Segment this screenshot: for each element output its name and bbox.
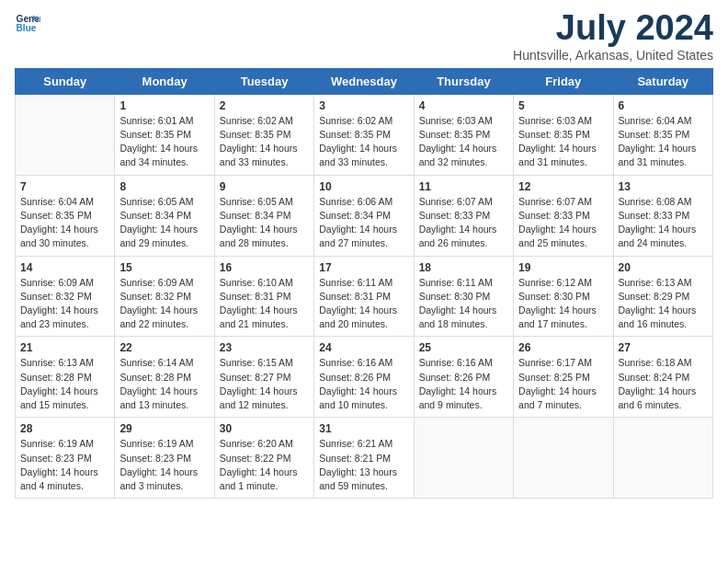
day-number: 18 [419,261,508,274]
day-cell: 29Sunrise: 6:19 AM Sunset: 8:23 PM Dayli… [115,418,214,499]
day-cell: 11Sunrise: 6:07 AM Sunset: 8:33 PM Dayli… [414,175,513,256]
day-info: Sunrise: 6:10 AM Sunset: 8:31 PM Dayligh… [220,276,309,332]
day-cell: 9Sunrise: 6:05 AM Sunset: 8:34 PM Daylig… [214,175,313,256]
day-cell: 18Sunrise: 6:11 AM Sunset: 8:30 PM Dayli… [414,256,513,337]
day-info: Sunrise: 6:07 AM Sunset: 8:33 PM Dayligh… [419,195,508,251]
day-number: 14 [20,261,109,274]
day-number: 29 [119,422,209,435]
day-number: 5 [518,99,608,112]
day-header-row: SundayMondayTuesdayWednesdayThursdayFrid… [16,68,713,94]
day-info: Sunrise: 6:08 AM Sunset: 8:33 PM Dayligh… [619,195,708,251]
week-row-5: 28Sunrise: 6:19 AM Sunset: 8:23 PM Dayli… [16,418,713,499]
day-number: 20 [619,261,708,274]
day-cell: 27Sunrise: 6:18 AM Sunset: 8:24 PM Dayli… [613,337,712,418]
day-cell: 22Sunrise: 6:14 AM Sunset: 8:28 PM Dayli… [115,337,214,418]
day-number: 23 [220,341,309,354]
week-row-2: 7Sunrise: 6:04 AM Sunset: 8:35 PM Daylig… [16,175,713,256]
day-cell: 3Sunrise: 6:02 AM Sunset: 8:35 PM Daylig… [314,94,414,175]
day-cell: 26Sunrise: 6:17 AM Sunset: 8:25 PM Dayli… [514,337,613,418]
day-cell: 31Sunrise: 6:21 AM Sunset: 8:21 PM Dayli… [314,418,414,499]
day-header-friday: Friday [514,68,613,94]
day-info: Sunrise: 6:14 AM Sunset: 8:28 PM Dayligh… [119,356,209,412]
day-number: 17 [319,261,408,274]
location-subtitle: Huntsville, Arkansas, United States [513,48,713,63]
day-info: Sunrise: 6:09 AM Sunset: 8:32 PM Dayligh… [20,276,109,332]
day-info: Sunrise: 6:11 AM Sunset: 8:31 PM Dayligh… [319,276,408,332]
day-number: 8 [119,180,209,193]
day-info: Sunrise: 6:18 AM Sunset: 8:24 PM Dayligh… [619,356,708,412]
day-cell: 21Sunrise: 6:13 AM Sunset: 8:28 PM Dayli… [16,337,115,418]
day-cell: 10Sunrise: 6:06 AM Sunset: 8:34 PM Dayli… [314,175,414,256]
day-cell: 1Sunrise: 6:01 AM Sunset: 8:35 PM Daylig… [115,94,214,175]
calendar-header: General Blue July 2024 Huntsville, Arkan… [15,9,713,63]
day-info: Sunrise: 6:07 AM Sunset: 8:33 PM Dayligh… [518,195,608,251]
week-row-4: 21Sunrise: 6:13 AM Sunset: 8:28 PM Dayli… [16,337,713,418]
day-number: 11 [419,180,508,193]
week-row-1: 1Sunrise: 6:01 AM Sunset: 8:35 PM Daylig… [16,94,713,175]
day-info: Sunrise: 6:02 AM Sunset: 8:35 PM Dayligh… [319,114,408,170]
logo-icon: General Blue [15,9,40,35]
day-info: Sunrise: 6:02 AM Sunset: 8:35 PM Dayligh… [220,114,309,170]
day-number: 6 [619,99,708,112]
day-number: 4 [419,99,508,112]
day-info: Sunrise: 6:03 AM Sunset: 8:35 PM Dayligh… [518,114,608,170]
day-number: 15 [119,261,209,274]
day-info: Sunrise: 6:04 AM Sunset: 8:35 PM Dayligh… [20,195,109,251]
day-cell: 12Sunrise: 6:07 AM Sunset: 8:33 PM Dayli… [514,175,613,256]
day-cell: 6Sunrise: 6:04 AM Sunset: 8:35 PM Daylig… [613,94,712,175]
day-cell: 5Sunrise: 6:03 AM Sunset: 8:35 PM Daylig… [514,94,613,175]
day-cell [16,94,115,175]
day-cell: 8Sunrise: 6:05 AM Sunset: 8:34 PM Daylig… [115,175,214,256]
day-cell: 7Sunrise: 6:04 AM Sunset: 8:35 PM Daylig… [16,175,115,256]
day-cell: 16Sunrise: 6:10 AM Sunset: 8:31 PM Dayli… [214,256,313,337]
day-header-sunday: Sunday [16,68,115,94]
day-cell: 13Sunrise: 6:08 AM Sunset: 8:33 PM Dayli… [613,175,712,256]
day-number: 13 [619,180,708,193]
day-number: 24 [319,341,408,354]
day-number: 2 [220,99,309,112]
day-info: Sunrise: 6:13 AM Sunset: 8:29 PM Dayligh… [619,276,708,332]
day-header-wednesday: Wednesday [314,68,414,94]
day-number: 28 [20,422,109,435]
day-header-saturday: Saturday [613,68,712,94]
day-info: Sunrise: 6:11 AM Sunset: 8:30 PM Dayligh… [419,276,508,332]
day-number: 16 [220,261,309,274]
day-cell: 19Sunrise: 6:12 AM Sunset: 8:30 PM Dayli… [514,256,613,337]
day-info: Sunrise: 6:05 AM Sunset: 8:34 PM Dayligh… [220,195,309,251]
day-header-tuesday: Tuesday [214,68,313,94]
day-cell: 4Sunrise: 6:03 AM Sunset: 8:35 PM Daylig… [414,94,513,175]
day-cell: 24Sunrise: 6:16 AM Sunset: 8:26 PM Dayli… [314,337,414,418]
day-info: Sunrise: 6:09 AM Sunset: 8:32 PM Dayligh… [119,276,209,332]
day-info: Sunrise: 6:01 AM Sunset: 8:35 PM Dayligh… [119,114,209,170]
day-number: 19 [518,261,608,274]
day-cell [613,418,712,499]
day-cell: 14Sunrise: 6:09 AM Sunset: 8:32 PM Dayli… [16,256,115,337]
day-info: Sunrise: 6:04 AM Sunset: 8:35 PM Dayligh… [619,114,708,170]
day-info: Sunrise: 6:15 AM Sunset: 8:27 PM Dayligh… [220,356,309,412]
day-number: 10 [319,180,408,193]
day-number: 9 [220,180,309,193]
day-number: 22 [119,341,209,354]
day-info: Sunrise: 6:21 AM Sunset: 8:21 PM Dayligh… [319,437,408,493]
day-info: Sunrise: 6:03 AM Sunset: 8:35 PM Dayligh… [419,114,508,170]
day-info: Sunrise: 6:12 AM Sunset: 8:30 PM Dayligh… [518,276,608,332]
day-cell: 20Sunrise: 6:13 AM Sunset: 8:29 PM Dayli… [613,256,712,337]
day-number: 3 [319,99,408,112]
day-info: Sunrise: 6:20 AM Sunset: 8:22 PM Dayligh… [220,437,309,493]
day-header-monday: Monday [115,68,214,94]
day-cell: 28Sunrise: 6:19 AM Sunset: 8:23 PM Dayli… [16,418,115,499]
day-cell [514,418,613,499]
week-row-3: 14Sunrise: 6:09 AM Sunset: 8:32 PM Dayli… [16,256,713,337]
calendar-table: SundayMondayTuesdayWednesdayThursdayFrid… [15,68,713,499]
day-cell: 2Sunrise: 6:02 AM Sunset: 8:35 PM Daylig… [214,94,313,175]
day-number: 21 [20,341,109,354]
day-number: 25 [419,341,508,354]
day-cell: 30Sunrise: 6:20 AM Sunset: 8:22 PM Dayli… [214,418,313,499]
day-number: 12 [518,180,608,193]
svg-text:Blue: Blue [17,23,37,33]
day-info: Sunrise: 6:17 AM Sunset: 8:25 PM Dayligh… [518,356,608,412]
day-cell: 23Sunrise: 6:15 AM Sunset: 8:27 PM Dayli… [214,337,313,418]
day-cell: 17Sunrise: 6:11 AM Sunset: 8:31 PM Dayli… [314,256,414,337]
day-number: 7 [20,180,109,193]
day-info: Sunrise: 6:06 AM Sunset: 8:34 PM Dayligh… [319,195,408,251]
